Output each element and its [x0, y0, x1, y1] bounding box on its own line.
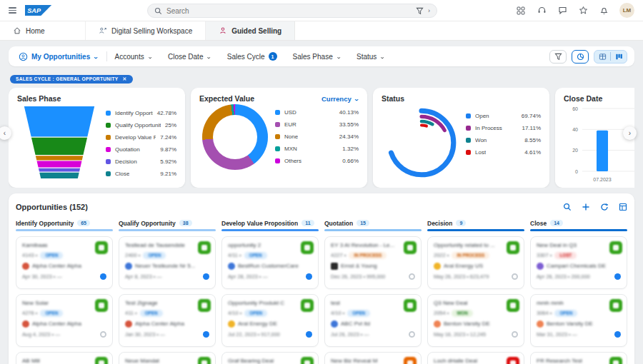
card-account-row: Ernst & Young — [331, 263, 415, 270]
kanban-column-header: Close14 — [530, 219, 627, 227]
legend-item: Won8.55% — [466, 134, 541, 146]
refresh-button[interactable] — [600, 203, 609, 211]
account-icon — [125, 320, 132, 328]
opportunity-card[interactable]: test4/10 •OPENABC Pvt ltdJul 26, 2023 • … — [324, 294, 422, 347]
column-count-badge: 15 — [357, 220, 369, 226]
opportunity-card[interactable]: Opportunity related to ...2022 •IN PROCE… — [427, 236, 524, 289]
card-date-row: Apr 26, 2023 • 200,000 — [537, 273, 621, 280]
favorites-star-icon[interactable] — [578, 6, 588, 16]
close-icon[interactable]: ✕ — [123, 76, 127, 82]
card-value: 4276 • — [22, 310, 37, 316]
card-status-badge — [404, 241, 417, 254]
legend-item: In Process17.11% — [466, 122, 541, 134]
legend-item: Decision5.92% — [106, 156, 176, 168]
svg-text:SAP: SAP — [27, 7, 41, 14]
opportunity-card[interactable]: Test Zignage411 •OPENAlpha Center AlphaJ… — [119, 294, 216, 347]
shortcuts-icon[interactable] — [516, 6, 526, 16]
opportunity-card[interactable]: Q3 New Deal2054 •WONBenton Varsity DEMay… — [427, 294, 524, 347]
card-title: Sales Phase — [17, 94, 61, 103]
opportunity-card[interactable]: Graf Bearing Deal4/12 •OPENAral Energy D… — [221, 352, 319, 364]
card-date-row: Aug 4, 2023 • — — [22, 331, 106, 338]
radial-chart — [382, 103, 462, 183]
carousel-next-button[interactable]: › — [623, 126, 637, 140]
currency-dropdown[interactable]: Currency ⌄ — [322, 95, 359, 103]
legend-item: Open69.74% — [466, 110, 541, 122]
opportunity-card[interactable]: FR Research Test3101 •OPENBenton Varsity… — [530, 352, 627, 364]
card-status-badge — [301, 357, 314, 364]
add-opportunity-button[interactable] — [582, 203, 590, 211]
card-title: Neue Mandat — [125, 358, 191, 364]
workspace-icon — [99, 26, 107, 35]
status-pill: OPEN — [143, 252, 166, 259]
opportunities-title: Opportunities (152) — [16, 203, 88, 211]
kanban-column: Close14New Deal in Q33307 •LOSTCampari C… — [530, 219, 627, 364]
account-icon — [331, 263, 338, 270]
home-icon — [13, 26, 21, 35]
opportunity-card[interactable]: New Biz Reveal M4228 •IN PROCESSErnst & … — [324, 352, 422, 364]
legend-value: 42.78% — [153, 110, 176, 116]
account-icon — [434, 320, 441, 328]
opportunities-panel: Opportunities (152) Identify Opportunity… — [9, 193, 634, 364]
status-pill: OPEN — [40, 252, 63, 259]
search-filter-icon[interactable] — [416, 7, 424, 15]
feedback-chat-icon[interactable] — [557, 6, 567, 16]
legend-item: Develop Value Proposition7.24% — [106, 131, 176, 143]
card-title: New Biz Reveal M — [331, 358, 397, 364]
support-headset-icon[interactable] — [537, 6, 547, 16]
search-expand-chevron-icon[interactable]: › — [428, 7, 430, 14]
filter-sales-phase[interactable]: Sales Phase⌄ — [285, 53, 349, 61]
tab-guided-selling[interactable]: Guided Selling — [206, 21, 295, 40]
opportunity-card[interactable]: AB Mill4310 •OPENAlpha Center AlphaSep 1… — [16, 352, 113, 364]
opportunity-card[interactable]: mmh mmh3064 •OPENBenton Varsity DEMar 31… — [530, 294, 627, 347]
opportunity-card[interactable]: Opportunity Produkt C4/10 •OPENAral Ener… — [221, 294, 319, 347]
opportunity-card[interactable]: Neue Mandat2451 •OPENAlpha Center AlphaF… — [119, 352, 216, 364]
bar-chart: 604020007.202308.2023 — [564, 103, 634, 186]
opportunity-card[interactable]: New Solar4276 •OPENAlpha Center AlphaAug… — [16, 294, 113, 347]
global-search[interactable]: › — [147, 4, 437, 18]
opportunity-card[interactable]: Testlead de Tausendste2400 •OPENNeuer Te… — [119, 236, 216, 289]
filter-close-date[interactable]: Close Date⌄ — [160, 53, 219, 61]
opportunity-card[interactable]: New Deal in Q33307 •LOSTCampari Chemical… — [530, 236, 627, 289]
close-date: Jul 22, 2023 • 917,000 — [228, 331, 280, 338]
legend-swatch — [275, 146, 280, 151]
card-status-badge — [198, 299, 211, 312]
card-account-row: Benton Varsity DE — [434, 320, 518, 328]
account-icon — [331, 320, 338, 328]
card-value: 4/11 • — [228, 252, 241, 258]
filter-sales-cycle[interactable]: Sales Cycle 1 — [219, 52, 285, 61]
opportunity-card[interactable]: Loch dHalle Deal2060 •LOSTBenton Varsity… — [427, 352, 524, 364]
opportunity-card[interactable]: Kamibaas4143 •OPENAlpha Center AlphaApr … — [16, 236, 113, 289]
kanban-view-button[interactable] — [611, 51, 627, 63]
legend-value: 25% — [161, 122, 176, 128]
filter-accounts[interactable]: Accounts⌄ — [107, 53, 160, 61]
x-tick-label: 07.2023 — [593, 177, 611, 182]
opportunity-card[interactable]: EY 3 AI Revolution - Le...4227 •IN PROCE… — [324, 236, 422, 289]
notifications-bell-icon[interactable] — [599, 6, 609, 16]
avatar[interactable]: LM — [619, 3, 634, 18]
legend-label: Decision — [115, 158, 137, 165]
menu-icon[interactable] — [9, 7, 16, 14]
filter-funnel-button[interactable] — [549, 50, 567, 64]
card-title: Kamibaas — [22, 242, 88, 248]
tab-bar: Home Digital Selling Workspace Guided Se… — [0, 21, 643, 41]
table-view-button[interactable] — [594, 51, 610, 63]
filter-tag-sales-cycle[interactable]: SALES CYCLE : GENERAL OPPORTUNITY ✕ — [10, 75, 133, 84]
chart-view-button[interactable] — [572, 50, 589, 64]
tab-digital-selling-workspace[interactable]: Digital Selling Workspace — [86, 21, 206, 40]
filter-my-opportunities[interactable]: My Opportunities ⌄ — [16, 52, 106, 61]
column-count-badge: 9 — [456, 220, 466, 226]
search-input[interactable] — [166, 7, 412, 15]
funnel-segment — [31, 138, 87, 155]
card-date-row: Apr 30, 2023 • — — [22, 273, 106, 280]
tab-home[interactable]: Home — [0, 21, 86, 40]
search-icon[interactable] — [563, 203, 572, 211]
card-status-badge — [507, 299, 519, 312]
card-value-row: 3307 •LOST — [537, 252, 621, 259]
table-view-button[interactable] — [619, 203, 627, 211]
legend-value: 0.66% — [338, 158, 359, 164]
opportunity-card[interactable]: opportunity 24/11 •OPENBestRun CustomerC… — [221, 236, 319, 289]
filter-status[interactable]: Status⌄ — [349, 53, 393, 61]
card-date-row: Jan 30, 2023 • — — [125, 331, 209, 338]
card-value-row: 4143 •OPEN — [22, 252, 106, 259]
card-value: 4/10 • — [228, 310, 241, 316]
